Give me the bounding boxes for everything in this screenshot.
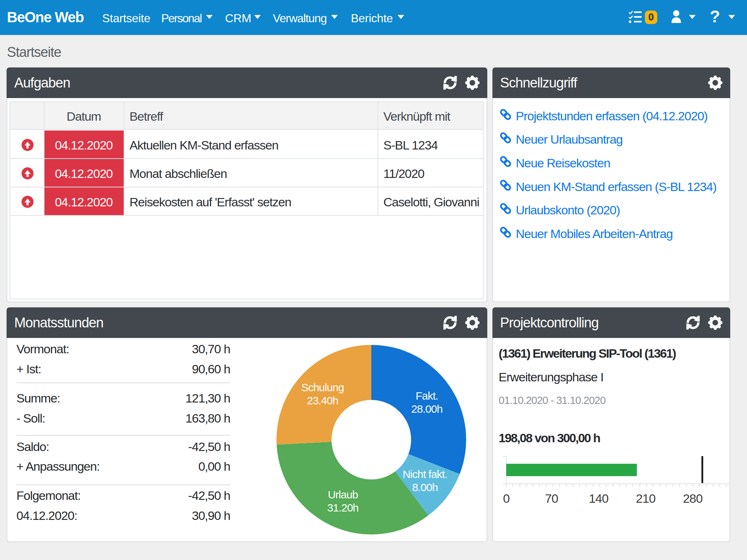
svg-text:Fakt.: Fakt. — [415, 390, 438, 402]
svg-text:28.00h: 28.00h — [411, 403, 442, 415]
svg-text:31.20h: 31.20h — [327, 502, 359, 514]
svg-text:Schulung: Schulung — [301, 381, 344, 393]
svg-text:Nicht fakt.: Nicht fakt. — [403, 468, 447, 480]
svg-text:8.00h: 8.00h — [412, 481, 438, 493]
svg-text:23.40h: 23.40h — [307, 394, 338, 407]
svg-text:Urlaub: Urlaub — [328, 489, 358, 501]
